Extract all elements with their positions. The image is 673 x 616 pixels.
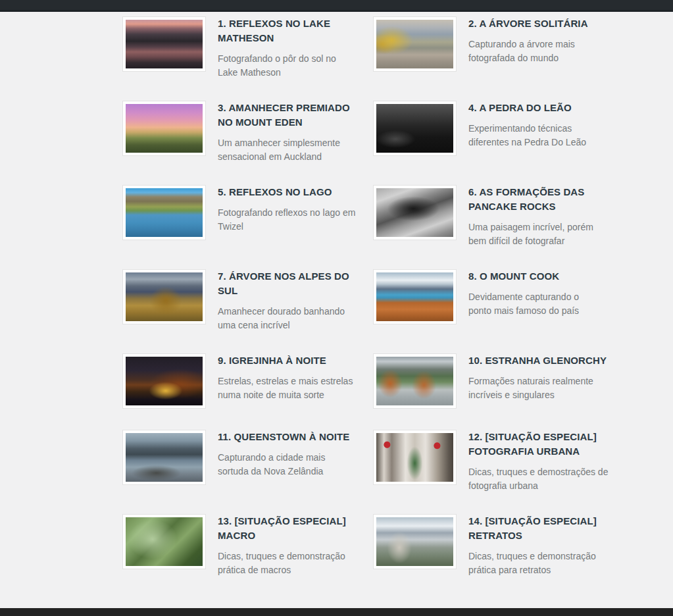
episode-thumbnail-link[interactable] xyxy=(373,430,457,485)
episode-thumbnail-link[interactable] xyxy=(122,101,206,156)
episode-info: 13. [SITUAÇÃO ESPECIAL] MACRO Dicas, tru… xyxy=(218,514,359,577)
episode-info: 4. A PEDRA DO LEÃO Experimentando técnic… xyxy=(468,101,610,149)
episode-description: Formações naturais realmente incríveis e… xyxy=(468,374,610,402)
episode-item: 6. AS FORMAÇÕES DAS PANCAKE ROCKS Uma pa… xyxy=(373,185,610,248)
episode-description: Dicas, truques e demonstração prática pa… xyxy=(468,550,610,577)
episode-description: Dicas, truques e demonstração prática de… xyxy=(218,550,359,577)
episode-item: 11. QUEENSTOWN À NOITE Capturando a cida… xyxy=(122,430,359,485)
frosted-green-leaf-macro-photo xyxy=(126,517,203,566)
photographer-portrait-snowy-mountains-photo xyxy=(376,517,453,566)
episode-list-section: 1. REFLEXOS NO LAKE MATHESON Fotografand… xyxy=(0,12,673,608)
episode-item: 3. AMANHECER PREMIADO NO MOUNT EDEN Um a… xyxy=(122,101,359,164)
episode-item: 12. [SITUAÇÃO ESPECIAL] FOTOGRAFIA URBAN… xyxy=(373,430,610,493)
episode-info: 6. AS FORMAÇÕES DAS PANCAKE ROCKS Uma pa… xyxy=(468,185,610,248)
episode-title-link[interactable]: 2. A ÁRVORE SOLITÁRIA xyxy=(468,16,610,31)
episode-thumbnail-link[interactable] xyxy=(122,269,206,324)
episode-description: Experimentando técnicas diferentes na Pe… xyxy=(468,122,610,149)
episode-title-link[interactable]: 11. QUEENSTOWN À NOITE xyxy=(218,430,359,444)
episode-info: 5. REFLEXOS NO LAGO Fotografando reflexo… xyxy=(218,185,359,234)
episode-title-link[interactable]: 6. AS FORMAÇÕES DAS PANCAKE ROCKS xyxy=(468,185,610,214)
episode-item: 4. A PEDRA DO LEÃO Experimentando técnic… xyxy=(373,101,610,156)
episode-info: 14. [SITUAÇÃO ESPECIAL] RETRATOS Dicas, … xyxy=(468,514,610,577)
episode-thumbnail-link[interactable] xyxy=(122,16,206,72)
episode-info: 2. A ÁRVORE SOLITÁRIA Capturando a árvor… xyxy=(468,16,610,65)
episode-grid: 1. REFLEXOS NO LAKE MATHESON Fotografand… xyxy=(122,16,673,577)
episode-description: Fotografando reflexos no lago em Twizel xyxy=(218,206,359,234)
episode-description: Dicas, truques e demostrações de fotogra… xyxy=(468,465,610,493)
episode-title-link[interactable]: 12. [SITUAÇÃO ESPECIAL] FOTOGRAFIA URBAN… xyxy=(468,430,610,459)
episode-title-link[interactable]: 9. IGREJINHA À NOITE xyxy=(218,353,359,368)
site-bottom-bar xyxy=(0,608,673,616)
episode-thumbnail-link[interactable] xyxy=(373,101,457,156)
episode-item: 7. ÁRVORE NOS ALPES DO SUL Amanhecer dou… xyxy=(122,269,359,332)
episode-description: Devidamente capturando o ponto mais famo… xyxy=(468,290,610,318)
episode-title-link[interactable]: 13. [SITUAÇÃO ESPECIAL] MACRO xyxy=(218,514,359,543)
golden-tree-snowy-alps-photo xyxy=(126,272,203,321)
episode-thumbnail-link[interactable] xyxy=(122,430,206,485)
episode-info: 12. [SITUAÇÃO ESPECIAL] FOTOGRAFIA URBAN… xyxy=(468,430,610,493)
episode-thumbnail-link[interactable] xyxy=(373,185,457,240)
episode-title-link[interactable]: 14. [SITUAÇÃO ESPECIAL] RETRATOS xyxy=(468,514,610,543)
episode-description: Estrelas, estrelas e mais estrelas numa … xyxy=(218,374,359,402)
episode-info: 9. IGREJINHA À NOITE Estrelas, estrelas … xyxy=(218,353,359,402)
episode-thumbnail-link[interactable] xyxy=(373,514,457,569)
episode-title-link[interactable]: 7. ÁRVORE NOS ALPES DO SUL xyxy=(218,269,359,298)
episode-title-link[interactable]: 4. A PEDRA DO LEÃO xyxy=(468,101,610,115)
episode-description: Amanhecer dourado banhando uma cena incr… xyxy=(218,305,359,332)
episode-title-link[interactable]: 5. REFLEXOS NO LAGO xyxy=(218,185,359,199)
episode-item: 5. REFLEXOS NO LAGO Fotografando reflexo… xyxy=(122,185,359,240)
episode-title-link[interactable]: 10. ESTRANHA GLENORCHY xyxy=(468,353,610,368)
mount-cook-orange-tussock-blue-lake-photo xyxy=(376,272,453,321)
episode-info: 8. O MOUNT COOK Devidamente capturando o… xyxy=(468,269,610,318)
episode-item: 8. O MOUNT COOK Devidamente capturando o… xyxy=(373,269,610,324)
episode-description: Uma paisagem incrível, porém bem difícil… xyxy=(468,220,610,248)
episode-title-link[interactable]: 3. AMANHECER PREMIADO NO MOUNT EDEN xyxy=(218,101,359,130)
church-at-night-starry-sky-photo xyxy=(126,357,203,405)
urban-shopping-arcade-interior-photo xyxy=(376,433,453,482)
episode-item: 13. [SITUAÇÃO ESPECIAL] MACRO Dicas, tru… xyxy=(122,514,359,577)
blue-lake-reflection-hills-trees-photo xyxy=(126,188,203,237)
black-and-white-rocks-swirling-sea-photo xyxy=(376,188,453,237)
episode-info: 1. REFLEXOS NO LAKE MATHESON Fotografand… xyxy=(218,16,359,80)
episode-item: 9. IGREJINHA À NOITE Estrelas, estrelas … xyxy=(122,353,359,409)
episode-thumbnail-link[interactable] xyxy=(373,269,457,324)
episode-thumbnail-link[interactable] xyxy=(373,353,457,409)
episode-thumbnail-link[interactable] xyxy=(373,16,457,72)
episode-title-link[interactable]: 8. O MOUNT COOK xyxy=(468,269,610,284)
episode-description: Capturando a cidade mais sortuda da Nova… xyxy=(218,451,359,478)
episode-item: 1. REFLEXOS NO LAKE MATHESON Fotografand… xyxy=(122,16,359,80)
episode-thumbnail-link[interactable] xyxy=(122,514,206,569)
episode-info: 11. QUEENSTOWN À NOITE Capturando a cida… xyxy=(218,430,359,478)
episode-description: Um amanhecer simplesmente sensacional em… xyxy=(218,136,359,164)
episode-info: 7. ÁRVORE NOS ALPES DO SUL Amanhecer dou… xyxy=(218,269,359,332)
glenorchy-trees-in-water-mountains-photo xyxy=(376,357,453,405)
episode-info: 10. ESTRANHA GLENORCHY Formações naturai… xyxy=(468,353,610,402)
episode-description: Fotografando o pôr do sol no Lake Mathes… xyxy=(218,52,359,80)
site-top-bar xyxy=(0,0,673,12)
episode-item: 2. A ÁRVORE SOLITÁRIA Capturando a árvor… xyxy=(373,16,610,72)
episode-item: 10. ESTRANHA GLENORCHY Formações naturai… xyxy=(373,353,610,409)
episode-thumbnail-link[interactable] xyxy=(122,353,206,409)
dark-black-and-white-lion-rock-photo xyxy=(376,104,453,153)
lone-wanaka-tree-in-lake-autumn-photo xyxy=(376,20,453,68)
episode-item: 14. [SITUAÇÃO ESPECIAL] RETRATOS Dicas, … xyxy=(373,514,610,577)
purple-pink-sunrise-tree-on-hill-photo xyxy=(126,104,203,153)
episode-title-link[interactable]: 1. REFLEXOS NO LAKE MATHESON xyxy=(218,16,359,45)
episode-description: Capturando a árvore mais fotografada do … xyxy=(468,38,610,65)
episode-info: 3. AMANHECER PREMIADO NO MOUNT EDEN Um a… xyxy=(218,101,359,164)
sunset-mountains-reflected-in-lake-photo xyxy=(126,20,203,68)
queenstown-lake-rocks-mountains-photo xyxy=(126,433,203,482)
episode-thumbnail-link[interactable] xyxy=(122,185,206,240)
